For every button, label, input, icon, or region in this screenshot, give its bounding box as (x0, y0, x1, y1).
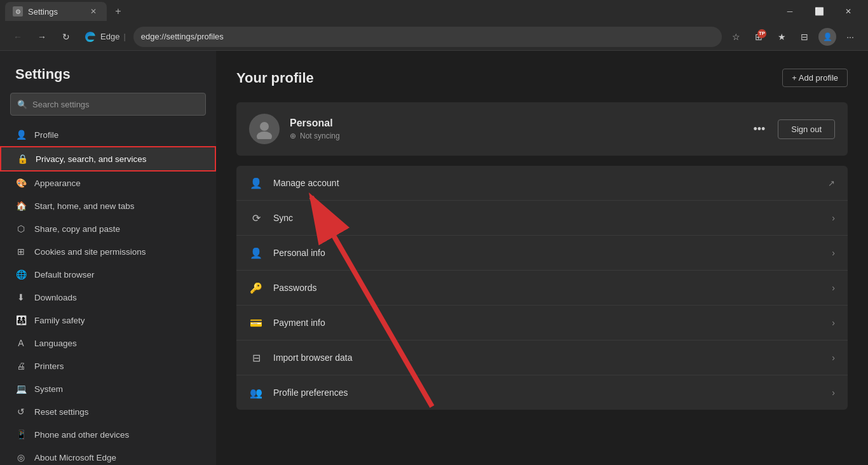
sidebar-item-icon-default-browser: 🌐 (15, 269, 27, 280)
sidebar-item-start-home[interactable]: 🏠 Start, home, and new tabs (0, 194, 216, 217)
profile-button[interactable]: 👤 (817, 27, 837, 47)
chevron-right-icon: › (832, 213, 835, 223)
sidebar-item-icon-share-copy: ⬡ (15, 223, 27, 234)
menu-item-personal-info[interactable]: 👤 Personal info › (236, 236, 848, 271)
toolbar-icons: ☆ ⊞ TP ★ ⊟ 👤 ··· (726, 27, 860, 47)
content-header: Your profile + Add profile (236, 69, 848, 87)
profile-avatar-icon: 👤 (818, 28, 836, 46)
sidebar-item-cookies[interactable]: ⊞ Cookies and site permissions (0, 240, 216, 263)
sidebar-item-system[interactable]: 💻 System (0, 377, 216, 400)
profile-ellipsis-button[interactable]: ••• (748, 120, 770, 138)
forward-button[interactable]: → (32, 27, 52, 47)
menu-item-import-browser[interactable]: ⊟ Import browser data › (236, 340, 848, 375)
sidebar-item-phone[interactable]: 📱 Phone and other devices (0, 423, 216, 446)
sidebar-item-languages[interactable]: A Languages (0, 332, 216, 354)
tab-area: ⚙ Settings ✕ + (5, 0, 770, 23)
refresh-button[interactable]: ↻ (56, 27, 76, 47)
external-link-icon: ↗ (828, 179, 835, 188)
menu-item-sync[interactable]: ⟳ Sync › (236, 201, 848, 236)
chevron-right-icon: › (832, 318, 835, 328)
svg-point-0 (260, 122, 269, 131)
menu-item-icon-profile-preferences: 👥 (249, 386, 263, 400)
sidebar-item-default-browser[interactable]: 🌐 Default browser (0, 263, 216, 286)
menu-item-label-payment-info: Payment info (273, 318, 822, 328)
menu-item-payment-info[interactable]: 💳 Payment info › (236, 306, 848, 340)
add-profile-button[interactable]: + Add profile (782, 69, 848, 87)
close-button[interactable]: ✕ (834, 0, 863, 23)
more-button[interactable]: ··· (840, 27, 860, 47)
menu-item-passwords[interactable]: 🔑 Passwords › (236, 271, 848, 306)
sidebar-item-icon-privacy: 🔒 (17, 153, 28, 165)
sidebar-item-icon-family-safety: 👨‍👩‍👧 (15, 314, 27, 326)
sidebar-item-label-system: System (34, 384, 63, 394)
window-controls: ─ ⬜ ✕ (775, 0, 863, 23)
chevron-right-icon: › (832, 388, 835, 398)
back-button[interactable]: ← (8, 27, 28, 47)
page-title: Your profile (236, 70, 314, 86)
sidebar-item-label-profile: Profile (34, 130, 58, 140)
menu-item-label-import-browser: Import browser data (273, 353, 822, 363)
menu-item-profile-preferences[interactable]: 👥 Profile preferences › (236, 375, 848, 410)
sidebar-item-icon-printers: 🖨 (15, 360, 27, 372)
menu-item-icon-import-browser: ⊟ (249, 351, 263, 365)
sidebar-item-downloads[interactable]: ⬇ Downloads (0, 286, 216, 309)
toolbar: ← → ↻ Edge | edge://settings/profiles ☆ … (0, 23, 868, 51)
maximize-button[interactable]: ⬜ (804, 0, 834, 23)
sidebar-item-icon-about: ◎ (15, 452, 27, 463)
sidebar-item-label-languages: Languages (34, 339, 77, 348)
collections-button[interactable]: ⊞ TP (749, 27, 769, 47)
menu-item-manage-account[interactable]: 👤 Manage account ↗ (236, 166, 848, 201)
sign-out-button[interactable]: Sign out (778, 119, 835, 139)
content-area: Your profile + Add profile Personal ⊕ No… (216, 51, 868, 465)
sidebar: Settings 🔍 👤 Profile 🔒 Privacy, search, … (0, 51, 216, 465)
sidebar-item-reset[interactable]: ↺ Reset settings (0, 400, 216, 423)
sidebar-item-icon-profile: 👤 (15, 129, 27, 140)
chevron-right-icon: › (832, 248, 835, 258)
menu-item-label-manage-account: Manage account (273, 178, 818, 188)
search-input[interactable] (32, 100, 199, 109)
svg-point-1 (257, 131, 272, 139)
minimize-button[interactable]: ─ (775, 0, 804, 23)
sidebar-icon: ⊟ (801, 32, 808, 42)
sidebar-item-label-printers: Printers (34, 361, 64, 371)
sidebar-item-appearance[interactable]: 🎨 Appearance (0, 172, 216, 194)
menu-item-icon-payment-info: 💳 (249, 316, 263, 330)
chevron-right-icon: › (832, 353, 835, 363)
sidebar-item-icon-system: 💻 (15, 383, 27, 394)
sidebar-item-label-about: About Microsoft Edge (34, 453, 116, 462)
sidebar-item-privacy[interactable]: 🔒 Privacy, search, and services (0, 146, 216, 172)
sidebar-item-label-cookies: Cookies and site permissions (34, 247, 146, 257)
sidebar-item-about[interactable]: ◎ About Microsoft Edge (0, 446, 216, 465)
sidebar-item-profile[interactable]: 👤 Profile (0, 123, 216, 146)
sidebar-item-label-family-safety: Family safety (34, 316, 85, 325)
tab-close-button[interactable]: ✕ (88, 6, 99, 17)
more-icon: ··· (846, 32, 854, 42)
favorites-button[interactable]: ★ (771, 27, 792, 47)
profile-actions: ••• Sign out (748, 119, 835, 139)
sidebar-item-label-default-browser: Default browser (34, 270, 95, 280)
edge-logo-icon (84, 30, 97, 43)
sidebar-item-icon-phone: 📱 (15, 429, 27, 440)
edge-logo-area: Edge | (80, 30, 130, 43)
menu-item-icon-manage-account: 👤 (249, 176, 263, 190)
sidebar-item-icon-reset: ↺ (15, 406, 27, 417)
menu-item-icon-sync: ⟳ (249, 211, 263, 225)
sidebar-item-family-safety[interactable]: 👨‍👩‍👧 Family safety (0, 309, 216, 332)
sidebar-item-share-copy[interactable]: ⬡ Share, copy and paste (0, 217, 216, 240)
sidebar-item-label-downloads: Downloads (34, 293, 77, 302)
favorites-icon: ★ (778, 32, 786, 42)
address-bar[interactable]: edge://settings/profiles (133, 27, 722, 47)
settings-tab[interactable]: ⚙ Settings ✕ (5, 2, 107, 21)
avatar (249, 114, 280, 144)
notification-badge: TP (757, 29, 766, 38)
menu-item-label-passwords: Passwords (273, 283, 822, 293)
search-icon: 🔍 (17, 100, 27, 109)
star-button[interactable]: ☆ (726, 27, 746, 47)
sidebar-button[interactable]: ⊟ (794, 27, 815, 47)
new-tab-button[interactable]: + (109, 3, 127, 20)
titlebar: ⚙ Settings ✕ + ─ ⬜ ✕ (0, 0, 868, 23)
star-icon: ☆ (732, 32, 740, 42)
sidebar-item-printers[interactable]: 🖨 Printers (0, 354, 216, 377)
search-box[interactable]: 🔍 (10, 93, 206, 116)
sidebar-item-icon-downloads: ⬇ (15, 292, 27, 303)
